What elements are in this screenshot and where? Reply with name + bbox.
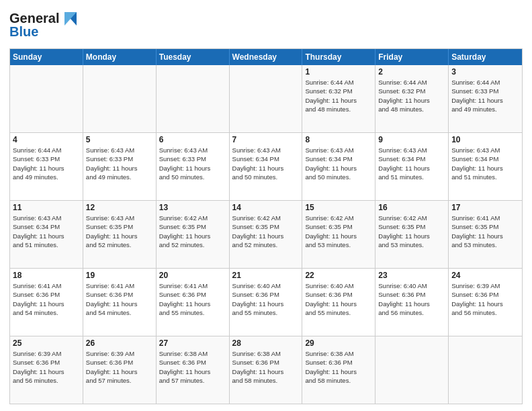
calendar-cell: 9Sunrise: 6:43 AMSunset: 6:34 PMDaylight…: [375, 133, 449, 200]
day-number: 2: [378, 67, 445, 77]
day-number: 5: [86, 135, 153, 144]
day-number: 1: [305, 67, 372, 77]
day-info: Sunrise: 6:38 AMSunset: 6:36 PMDaylight:…: [232, 349, 300, 385]
day-info: Sunrise: 6:40 AMSunset: 6:36 PMDaylight:…: [232, 281, 300, 317]
day-number: 16: [378, 203, 445, 212]
weekday-header-sunday: Sunday: [10, 49, 83, 65]
calendar-cell: [230, 65, 303, 132]
day-number: 24: [451, 271, 519, 280]
day-number: 13: [159, 203, 226, 212]
svg-text:Blue: Blue: [9, 24, 38, 39]
day-info: Sunrise: 6:44 AMSunset: 6:33 PMDaylight:…: [13, 146, 80, 181]
calendar-cell: 6Sunrise: 6:43 AMSunset: 6:33 PMDaylight…: [157, 133, 230, 200]
logo-text: General Blue: [9, 7, 83, 44]
calendar-cell: 2Sunrise: 6:44 AMSunset: 6:32 PMDaylight…: [375, 65, 449, 132]
day-info: Sunrise: 6:40 AMSunset: 6:36 PMDaylight:…: [378, 281, 445, 317]
day-number: 20: [159, 271, 226, 280]
calendar-cell: [449, 336, 522, 404]
day-info: Sunrise: 6:41 AMSunset: 6:36 PMDaylight:…: [159, 281, 226, 317]
weekday-header-thursday: Thursday: [302, 49, 375, 65]
calendar-body: 1Sunrise: 6:44 AMSunset: 6:32 PMDaylight…: [10, 65, 522, 404]
calendar-cell: 23Sunrise: 6:40 AMSunset: 6:36 PMDayligh…: [375, 269, 449, 336]
day-info: Sunrise: 6:38 AMSunset: 6:36 PMDaylight:…: [159, 349, 226, 385]
calendar-cell: 22Sunrise: 6:40 AMSunset: 6:36 PMDayligh…: [302, 269, 375, 336]
day-info: Sunrise: 6:44 AMSunset: 6:32 PMDaylight:…: [378, 78, 445, 113]
day-number: 7: [232, 135, 300, 144]
day-number: 9: [378, 135, 445, 144]
svg-text:General: General: [9, 11, 59, 26]
calendar-cell: 14Sunrise: 6:42 AMSunset: 6:35 PMDayligh…: [230, 201, 303, 268]
day-info: Sunrise: 6:43 AMSunset: 6:34 PMDaylight:…: [232, 146, 300, 181]
calendar-cell: 11Sunrise: 6:43 AMSunset: 6:34 PMDayligh…: [10, 201, 83, 268]
calendar-cell: 4Sunrise: 6:44 AMSunset: 6:33 PMDaylight…: [10, 133, 83, 200]
day-number: 15: [305, 203, 372, 212]
day-info: Sunrise: 6:43 AMSunset: 6:34 PMDaylight:…: [378, 146, 445, 181]
day-info: Sunrise: 6:39 AMSunset: 6:36 PMDaylight:…: [86, 349, 153, 385]
day-number: 22: [305, 271, 372, 280]
day-info: Sunrise: 6:40 AMSunset: 6:36 PMDaylight:…: [305, 281, 372, 317]
calendar: SundayMondayTuesdayWednesdayThursdayFrid…: [9, 48, 523, 404]
day-info: Sunrise: 6:41 AMSunset: 6:36 PMDaylight:…: [86, 281, 153, 317]
calendar-cell: 29Sunrise: 6:38 AMSunset: 6:36 PMDayligh…: [302, 336, 375, 404]
day-number: 29: [305, 338, 372, 348]
calendar-cell: 15Sunrise: 6:42 AMSunset: 6:35 PMDayligh…: [302, 201, 375, 268]
calendar-row: 18Sunrise: 6:41 AMSunset: 6:36 PMDayligh…: [10, 268, 522, 336]
weekday-header-monday: Monday: [83, 49, 157, 65]
day-number: 3: [451, 67, 519, 77]
day-number: 17: [451, 203, 519, 212]
day-number: 28: [232, 338, 300, 348]
calendar-cell: 8Sunrise: 6:43 AMSunset: 6:34 PMDaylight…: [302, 133, 375, 200]
day-number: 10: [451, 135, 519, 144]
calendar-cell: 5Sunrise: 6:43 AMSunset: 6:33 PMDaylight…: [83, 133, 157, 200]
calendar-row: 11Sunrise: 6:43 AMSunset: 6:34 PMDayligh…: [10, 200, 522, 268]
calendar-cell: 18Sunrise: 6:41 AMSunset: 6:36 PMDayligh…: [10, 269, 83, 336]
day-info: Sunrise: 6:42 AMSunset: 6:35 PMDaylight:…: [305, 214, 372, 249]
day-info: Sunrise: 6:39 AMSunset: 6:36 PMDaylight:…: [13, 349, 80, 385]
calendar-row: 1Sunrise: 6:44 AMSunset: 6:32 PMDaylight…: [10, 65, 522, 132]
calendar-cell: 26Sunrise: 6:39 AMSunset: 6:36 PMDayligh…: [83, 336, 157, 404]
day-info: Sunrise: 6:41 AMSunset: 6:36 PMDaylight:…: [13, 281, 80, 317]
day-info: Sunrise: 6:42 AMSunset: 6:35 PMDaylight:…: [378, 214, 445, 249]
day-number: 23: [378, 271, 445, 280]
day-number: 21: [232, 271, 300, 280]
calendar-cell: 7Sunrise: 6:43 AMSunset: 6:34 PMDaylight…: [230, 133, 303, 200]
day-number: 19: [86, 271, 153, 280]
day-info: Sunrise: 6:42 AMSunset: 6:35 PMDaylight:…: [232, 214, 300, 249]
day-number: 8: [305, 135, 372, 144]
day-info: Sunrise: 6:44 AMSunset: 6:32 PMDaylight:…: [305, 78, 372, 113]
calendar-row: 25Sunrise: 6:39 AMSunset: 6:36 PMDayligh…: [10, 336, 522, 404]
calendar-cell: [83, 65, 157, 132]
calendar-cell: 28Sunrise: 6:38 AMSunset: 6:36 PMDayligh…: [230, 336, 303, 404]
calendar-cell: 24Sunrise: 6:39 AMSunset: 6:36 PMDayligh…: [449, 269, 522, 336]
day-info: Sunrise: 6:43 AMSunset: 6:33 PMDaylight:…: [86, 146, 153, 181]
day-info: Sunrise: 6:43 AMSunset: 6:33 PMDaylight:…: [159, 146, 226, 181]
calendar-header-row: SundayMondayTuesdayWednesdayThursdayFrid…: [10, 49, 522, 65]
day-info: Sunrise: 6:43 AMSunset: 6:35 PMDaylight:…: [86, 214, 153, 249]
page: General Blue SundayMondayTuesdayWednesda…: [0, 0, 532, 411]
day-number: 25: [13, 338, 80, 348]
header: General Blue: [9, 7, 523, 44]
weekday-header-wednesday: Wednesday: [230, 49, 303, 65]
day-number: 11: [13, 203, 80, 212]
weekday-header-saturday: Saturday: [449, 49, 522, 65]
calendar-row: 4Sunrise: 6:44 AMSunset: 6:33 PMDaylight…: [10, 132, 522, 200]
calendar-cell: 27Sunrise: 6:38 AMSunset: 6:36 PMDayligh…: [157, 336, 230, 404]
day-info: Sunrise: 6:42 AMSunset: 6:35 PMDaylight:…: [159, 214, 226, 249]
weekday-header-friday: Friday: [375, 49, 449, 65]
calendar-cell: [10, 65, 83, 132]
calendar-cell: 10Sunrise: 6:43 AMSunset: 6:34 PMDayligh…: [449, 133, 522, 200]
calendar-cell: [157, 65, 230, 132]
calendar-cell: 17Sunrise: 6:41 AMSunset: 6:35 PMDayligh…: [449, 201, 522, 268]
calendar-cell: 25Sunrise: 6:39 AMSunset: 6:36 PMDayligh…: [10, 336, 83, 404]
day-number: 12: [86, 203, 153, 212]
calendar-cell: 20Sunrise: 6:41 AMSunset: 6:36 PMDayligh…: [157, 269, 230, 336]
day-info: Sunrise: 6:41 AMSunset: 6:35 PMDaylight:…: [451, 214, 519, 249]
day-info: Sunrise: 6:43 AMSunset: 6:34 PMDaylight:…: [305, 146, 372, 181]
calendar-cell: 12Sunrise: 6:43 AMSunset: 6:35 PMDayligh…: [83, 201, 157, 268]
day-number: 6: [159, 135, 226, 144]
calendar-cell: 19Sunrise: 6:41 AMSunset: 6:36 PMDayligh…: [83, 269, 157, 336]
day-info: Sunrise: 6:44 AMSunset: 6:33 PMDaylight:…: [451, 78, 519, 113]
day-number: 27: [159, 338, 226, 348]
calendar-cell: 1Sunrise: 6:44 AMSunset: 6:32 PMDaylight…: [302, 65, 375, 132]
day-info: Sunrise: 6:39 AMSunset: 6:36 PMDaylight:…: [451, 281, 519, 317]
